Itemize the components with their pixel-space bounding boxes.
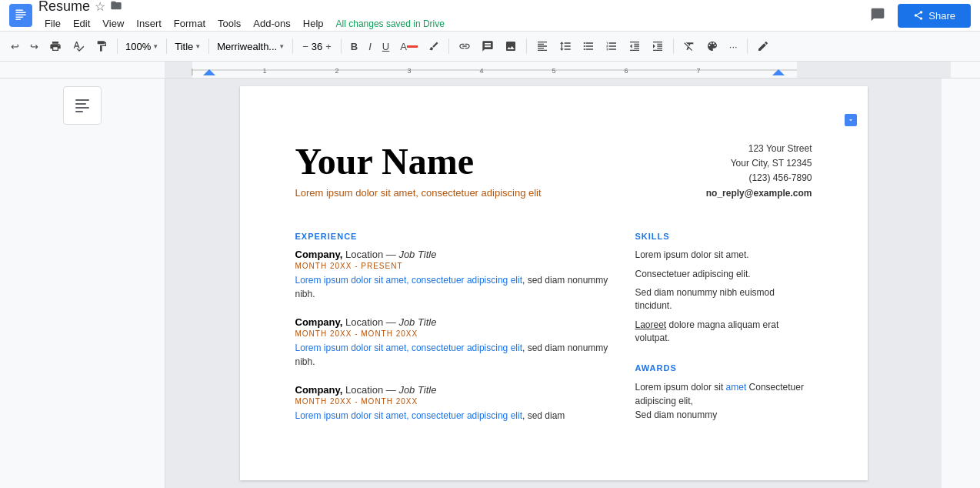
contact-phone: (123) 456-7890: [706, 171, 812, 186]
spellcheck-button[interactable]: [68, 37, 89, 55]
ruler-content: | 1 2 3 4 5 6 7: [165, 62, 980, 78]
menu-format[interactable]: Format: [168, 15, 212, 32]
separator-6: [448, 38, 449, 54]
award-text-2: Sed diam nonummy: [635, 408, 812, 422]
svg-rect-4: [15, 19, 21, 21]
job-title-3: Company, Location — Job Title: [295, 384, 612, 396]
highlight-color-button[interactable]: [424, 38, 444, 55]
bullets-button[interactable]: [578, 37, 599, 55]
menu-file[interactable]: File: [38, 15, 67, 32]
more-options-button[interactable]: ···: [725, 38, 742, 55]
job3-company: Company,: [295, 384, 343, 396]
job2-desc-link: Lorem ipsum dolor sit amet, consectetuer…: [295, 343, 522, 353]
job3-desc-end: , sed diam: [522, 410, 565, 421]
separator-4: [292, 38, 293, 54]
print-button[interactable]: [45, 37, 66, 55]
insert-comment-button[interactable]: [477, 37, 498, 55]
doc-area[interactable]: Your Name Lorem ipsum dolor sit amet, co…: [165, 79, 942, 488]
svg-rect-3: [15, 17, 23, 18]
svg-rect-21: [75, 111, 83, 112]
main-area: Your Name Lorem ipsum dolor sit amet, co…: [0, 79, 980, 488]
menu-tools[interactable]: Tools: [212, 15, 247, 32]
job3-location: Location —: [345, 384, 398, 396]
svg-text:1: 1: [262, 67, 266, 75]
separator-7: [526, 38, 527, 54]
folder-icon[interactable]: [110, 0, 122, 15]
bold-button[interactable]: B: [346, 38, 362, 55]
svg-text:5: 5: [552, 67, 555, 75]
skill-3: Sed diam nonummy nibh euismod tincidunt.: [635, 286, 812, 313]
align-button[interactable]: [532, 37, 553, 55]
job-date-1: MONTH 20XX - PRESENT: [295, 262, 612, 270]
left-column: EXPERIENCE Company, Location — Job Title…: [295, 216, 612, 438]
menu-view[interactable]: View: [96, 15, 130, 32]
outline-panel[interactable]: [63, 86, 102, 125]
title-bar: Resume ☆ File Edit View Insert Format To…: [0, 0, 980, 31]
font-select-box[interactable]: Merriwealth... ▼: [214, 39, 288, 54]
svg-text:6: 6: [624, 67, 628, 75]
doc-page: Your Name Lorem ipsum dolor sit amet, co…: [240, 86, 868, 480]
menu-bar: File Edit View Insert Format Tools Add-o…: [38, 15, 859, 32]
style-select-box[interactable]: Title ▼: [172, 39, 204, 54]
skill-1: Lorem ipsum dolor sit amet.: [635, 249, 812, 262]
contact-info: 123 Your Street Your City, ST 12345 (123…: [706, 142, 812, 201]
skill-4: Laoreet dolore magna aliquam erat volutp…: [635, 319, 812, 345]
name-section: Your Name Lorem ipsum dolor sit amet, co…: [295, 142, 542, 199]
separator-3: [208, 38, 209, 54]
job1-company: Company,: [295, 249, 343, 260]
size-select-box[interactable]: − 36 +: [298, 38, 336, 55]
job-desc-1: Lorem ipsum dolor sit amet, consectetuer…: [295, 273, 612, 301]
paint-format-button[interactable]: [91, 37, 112, 55]
numbering-button[interactable]: [601, 37, 622, 55]
menu-insert[interactable]: Insert: [130, 15, 168, 32]
skills-header: SKILLS: [635, 232, 812, 241]
menu-help[interactable]: Help: [297, 15, 330, 32]
job-title-1: Company, Location — Job Title: [295, 249, 612, 260]
award-black1: Lorem ipsum dolor sit: [635, 382, 726, 393]
menu-edit[interactable]: Edit: [67, 15, 96, 32]
text-color-indicator: [407, 45, 418, 48]
job-desc-3: Lorem ipsum dolor sit amet, consectetuer…: [295, 409, 612, 423]
style-color-button[interactable]: [702, 37, 723, 55]
clear-format-button[interactable]: [678, 37, 700, 55]
job-entry-3: Company, Location — Job Title MONTH 20XX…: [295, 384, 612, 423]
job1-location: Location —: [345, 249, 398, 260]
job3-title: Job Title: [398, 384, 436, 396]
underline-button[interactable]: U: [378, 38, 394, 55]
size-decrease[interactable]: −: [301, 39, 310, 54]
left-sidebar: [0, 79, 165, 488]
size-increase[interactable]: +: [324, 39, 333, 54]
job2-location: Location —: [345, 316, 398, 328]
indent-increase-button[interactable]: [647, 37, 668, 55]
svg-rect-0: [15, 10, 23, 12]
indent-decrease-button[interactable]: [624, 37, 645, 55]
share-button[interactable]: Share: [898, 4, 971, 28]
comment-button[interactable]: [865, 2, 890, 29]
line-spacing-button[interactable]: [555, 37, 576, 55]
link-button[interactable]: [454, 37, 475, 55]
pencil-button[interactable]: [752, 37, 774, 55]
menu-addons[interactable]: Add-ons: [247, 15, 296, 32]
job-entry-1: Company, Location — Job Title MONTH 20XX…: [295, 249, 612, 301]
zoom-select-box[interactable]: 100% ▼: [122, 39, 162, 54]
right-sidebar: [942, 79, 980, 488]
separator-8: [673, 38, 674, 54]
save-status[interactable]: All changes saved in Drive: [336, 18, 445, 29]
italic-button[interactable]: I: [364, 38, 376, 55]
redo-button[interactable]: ↪: [25, 38, 43, 55]
separator-9: [747, 38, 748, 54]
zoom-value: 100%: [125, 41, 151, 52]
doc-header: Your Name Lorem ipsum dolor sit amet, co…: [295, 142, 812, 201]
text-color-button[interactable]: A: [395, 38, 422, 55]
header-right: Share: [865, 2, 971, 29]
svg-rect-18: [75, 99, 89, 101]
job-desc-2: Lorem ipsum dolor sit amet, consectetuer…: [295, 341, 612, 369]
doc-subtitle: Lorem ipsum dolor sit amet, consectetuer…: [295, 187, 542, 199]
insert-image-button[interactable]: [500, 37, 522, 55]
star-icon[interactable]: ☆: [95, 0, 105, 14]
undo-button[interactable]: ↩: [6, 38, 24, 55]
app-icon: [9, 4, 32, 27]
doc-title: Resume: [38, 0, 90, 15]
svg-rect-1: [15, 12, 26, 14]
section-dropdown[interactable]: [845, 114, 857, 126]
